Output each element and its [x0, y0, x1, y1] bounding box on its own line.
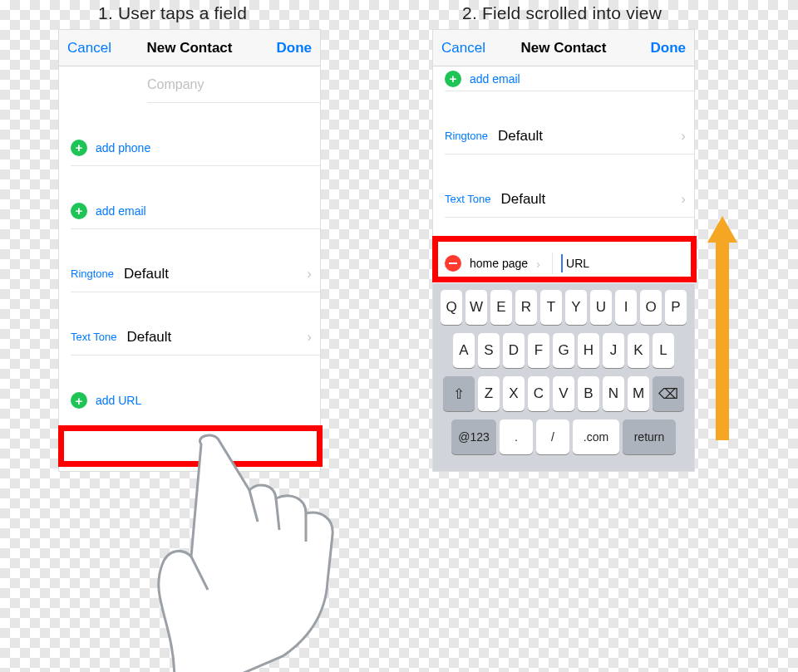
key-n[interactable]: N	[603, 376, 624, 411]
key-x[interactable]: X	[503, 376, 525, 411]
ringtone-row[interactable]: Ringtone Default ›	[445, 118, 694, 155]
key-o[interactable]: O	[640, 290, 662, 325]
keyboard: Q W E R T Y U I O P A S D F G H J K L ⇧ …	[433, 283, 694, 471]
texttone-row[interactable]: Text Tone Default ›	[71, 319, 320, 356]
url-placeholder: URL	[566, 257, 589, 270]
phone-screen-2: Cancel New Contact Done + add email Ring…	[432, 29, 695, 472]
cancel-button[interactable]: Cancel	[441, 40, 485, 56]
caption-step-1: 1. User taps a field	[98, 3, 247, 23]
keyboard-row-3: ⇧ Z X C V B N M ⌫	[436, 376, 691, 411]
chevron-right-icon: ›	[307, 329, 312, 346]
company-field[interactable]: Company	[147, 66, 320, 103]
key-h[interactable]: H	[578, 333, 599, 368]
texttone-value: Default	[500, 191, 545, 208]
key-at123[interactable]: @123	[451, 419, 496, 454]
plus-icon: +	[71, 140, 87, 156]
add-phone-label: add phone	[96, 141, 150, 155]
key-s[interactable]: S	[478, 333, 500, 368]
key-j[interactable]: J	[603, 333, 624, 368]
add-email-label: add email	[470, 72, 520, 86]
key-y[interactable]: Y	[565, 290, 587, 325]
texttone-label: Text Tone	[445, 193, 490, 205]
navbar: Cancel New Contact Done	[59, 30, 320, 66]
ringtone-value: Default	[124, 266, 169, 282]
plus-icon: +	[71, 392, 87, 409]
ringtone-value: Default	[498, 128, 543, 145]
keyboard-row-4: @123 . / .com return	[436, 419, 691, 454]
key-dot[interactable]: .	[500, 419, 533, 454]
key-k[interactable]: K	[628, 333, 649, 368]
key-p[interactable]: P	[665, 290, 687, 325]
minus-icon[interactable]	[445, 255, 461, 272]
add-email-row[interactable]: + add email	[445, 66, 694, 91]
chevron-right-icon: ›	[536, 257, 540, 271]
chevron-right-icon: ›	[681, 191, 686, 208]
key-w[interactable]: W	[466, 290, 487, 325]
chevron-right-icon: ›	[307, 266, 312, 282]
key-f[interactable]: F	[528, 333, 549, 368]
key-c[interactable]: C	[528, 376, 549, 411]
key-r[interactable]: R	[515, 290, 537, 325]
key-e[interactable]: E	[490, 290, 512, 325]
key-b[interactable]: B	[578, 376, 599, 411]
key-q[interactable]: Q	[441, 290, 462, 325]
key-i[interactable]: I	[615, 290, 637, 325]
texttone-row[interactable]: Text Tone Default ›	[445, 181, 694, 218]
add-url-row[interactable]: + add URL	[71, 382, 320, 419]
field-divider	[552, 253, 553, 274]
company-placeholder: Company	[147, 77, 204, 92]
key-backspace[interactable]: ⌫	[653, 376, 684, 411]
key-d[interactable]: D	[503, 333, 525, 368]
navbar: Cancel New Contact Done	[433, 30, 694, 66]
url-type-label[interactable]: home page	[470, 257, 528, 270]
url-input-row[interactable]: home page › URL	[433, 245, 694, 282]
done-button[interactable]: Done	[277, 40, 313, 56]
text-cursor	[561, 254, 563, 272]
key-shift[interactable]: ⇧	[443, 376, 475, 411]
texttone-label: Text Tone	[71, 331, 116, 343]
ringtone-label: Ringtone	[445, 130, 488, 142]
key-return[interactable]: return	[623, 419, 676, 454]
ringtone-row[interactable]: Ringtone Default ›	[71, 256, 320, 292]
add-phone-row[interactable]: + add phone	[71, 130, 320, 166]
add-email-row[interactable]: + add email	[71, 193, 320, 229]
chevron-right-icon: ›	[681, 128, 686, 145]
keyboard-row-1: Q W E R T Y U I O P	[436, 290, 691, 325]
key-v[interactable]: V	[553, 376, 574, 411]
key-m[interactable]: M	[628, 376, 649, 411]
key-t[interactable]: T	[540, 290, 562, 325]
ringtone-label: Ringtone	[71, 267, 114, 280]
key-a[interactable]: A	[453, 333, 475, 368]
key-z[interactable]: Z	[478, 376, 500, 411]
plus-icon: +	[71, 203, 87, 219]
key-l[interactable]: L	[653, 333, 674, 368]
texttone-value: Default	[126, 329, 171, 346]
cancel-button[interactable]: Cancel	[67, 40, 111, 56]
add-url-label: add URL	[96, 394, 141, 407]
add-email-label: add email	[96, 204, 146, 218]
key-slash[interactable]: /	[536, 419, 569, 454]
phone-screen-1: Cancel New Contact Done Company + add ph…	[58, 29, 321, 472]
scroll-arrow-icon	[710, 216, 735, 440]
key-u[interactable]: U	[590, 290, 612, 325]
key-dotcom[interactable]: .com	[573, 419, 619, 454]
keyboard-row-2: A S D F G H J K L	[436, 333, 691, 368]
caption-step-2: 2. Field scrolled into view	[462, 3, 662, 23]
plus-icon: +	[445, 71, 461, 87]
done-button[interactable]: Done	[651, 40, 687, 56]
key-g[interactable]: G	[553, 333, 574, 368]
